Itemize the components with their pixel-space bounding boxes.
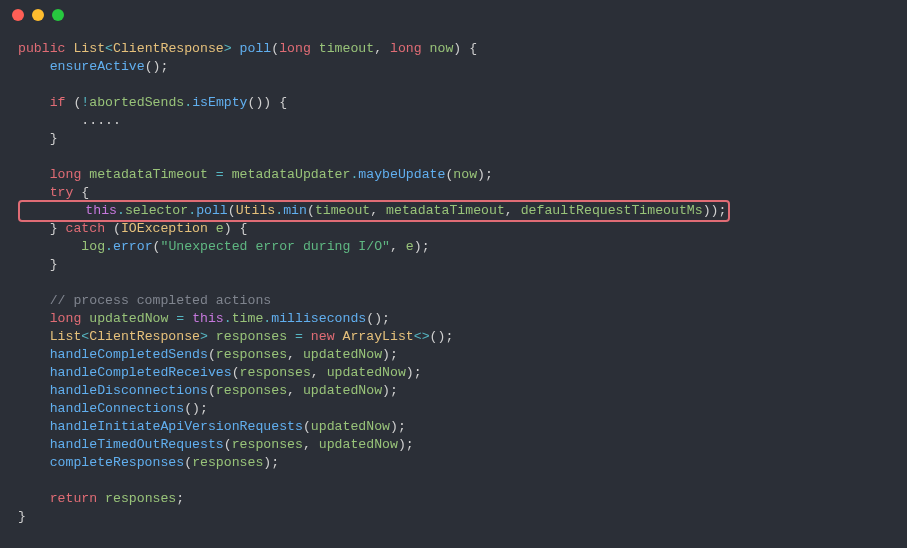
paren: ); <box>390 419 406 434</box>
paren: ); <box>263 455 279 470</box>
type-cr: ClientResponse <box>113 41 224 56</box>
semicolon: ; <box>176 491 184 506</box>
id-updatednow: updatedNow <box>303 347 382 362</box>
kw-long: long <box>279 41 319 56</box>
op: > <box>224 41 240 56</box>
paren: ( <box>113 221 121 236</box>
indent <box>18 383 50 398</box>
type-list: List <box>73 41 105 56</box>
fn-isempty: isEmpty <box>192 95 247 110</box>
param-now: now <box>430 41 454 56</box>
fn-handlecompletedreceives: handleCompletedReceives <box>50 365 232 380</box>
paren: (); <box>184 401 208 416</box>
paren: (); <box>145 59 169 74</box>
ellipsis: ..... <box>18 113 121 128</box>
paren: ( <box>232 365 240 380</box>
paren: ( <box>271 41 279 56</box>
kw-this: this <box>192 311 224 326</box>
eq: = <box>208 167 232 182</box>
fn-milliseconds: milliseconds <box>271 311 366 326</box>
id-defaultrequesttimeoutms: defaultRequestTimeoutMs <box>521 203 703 218</box>
close-icon[interactable] <box>12 9 24 21</box>
brace: } <box>18 257 58 272</box>
id-selector: selector <box>125 203 188 218</box>
paren: ); <box>414 239 430 254</box>
fn-error: error <box>113 239 153 254</box>
id-e: e <box>216 221 224 236</box>
op: > <box>200 329 216 344</box>
id-metadatatimeout: metadataTimeout <box>89 167 208 182</box>
id-updatednow: updatedNow <box>303 383 382 398</box>
brace: ) { <box>453 41 477 56</box>
fn-handletimedoutrequests: handleTimedOutRequests <box>50 437 224 452</box>
id-log: log <box>81 239 105 254</box>
brace: { <box>81 185 89 200</box>
type-list: List <box>50 329 82 344</box>
fn-handlecompletedsends: handleCompletedSends <box>50 347 208 362</box>
id-updatednow: updatedNow <box>311 419 390 434</box>
id-e: e <box>406 239 414 254</box>
fn-poll: poll <box>240 41 272 56</box>
comma: , <box>287 383 303 398</box>
brace: } <box>18 131 58 146</box>
id-responses: responses <box>240 365 311 380</box>
op: < <box>105 41 113 56</box>
paren: ( <box>228 203 236 218</box>
id-responses: responses <box>216 347 287 362</box>
indent <box>18 437 50 452</box>
fn-poll: poll <box>196 203 228 218</box>
id-metadataupdater: metadataUpdater <box>232 167 351 182</box>
type-cr: ClientResponse <box>89 329 200 344</box>
comment: // process completed actions <box>50 293 272 308</box>
id-timeout: timeout <box>315 203 370 218</box>
comma: , <box>374 41 390 56</box>
minimize-icon[interactable] <box>32 9 44 21</box>
indent <box>18 95 50 110</box>
fn-min: min <box>283 203 307 218</box>
paren: (); <box>366 311 390 326</box>
indent <box>18 491 50 506</box>
code-window: { "t": { "l1_public":"public ","l1_List"… <box>0 0 907 548</box>
fn-handleinitiateapiversionrequests: handleInitiateApiVersionRequests <box>50 419 303 434</box>
maximize-icon[interactable] <box>52 9 64 21</box>
comma: , <box>303 437 319 452</box>
fn-completeresponses: completeResponses <box>50 455 185 470</box>
paren: ); <box>406 365 422 380</box>
kw-try: try <box>50 185 82 200</box>
paren: ) { <box>224 221 248 236</box>
type-ioexception: IOException <box>121 221 216 236</box>
indent <box>18 185 50 200</box>
eq: = <box>287 329 311 344</box>
indent <box>18 419 50 434</box>
id-updatednow: updatedNow <box>327 365 406 380</box>
id-responses: responses <box>216 383 287 398</box>
id-abortedsends: abortedSends <box>89 95 184 110</box>
kw-long: long <box>50 311 90 326</box>
paren: )); <box>703 203 727 218</box>
indent <box>22 203 85 218</box>
dot: . <box>275 203 283 218</box>
paren: ); <box>477 167 493 182</box>
id-updatednow: updatedNow <box>89 311 168 326</box>
dot: . <box>184 95 192 110</box>
kw-if: if <box>50 95 74 110</box>
fn-ensureactive: ensureActive <box>50 59 145 74</box>
code-area[interactable]: public List<ClientResponse> poll(long ti… <box>0 30 907 536</box>
id-responses: responses <box>216 329 287 344</box>
string-literal: "Unexpected error during I/O" <box>160 239 390 254</box>
paren: ( <box>184 455 192 470</box>
paren: ( <box>208 347 216 362</box>
indent <box>18 311 50 326</box>
kw-this: this <box>85 203 117 218</box>
indent <box>18 59 50 74</box>
type-utils: Utils <box>236 203 276 218</box>
id-responses: responses <box>105 491 176 506</box>
paren: ); <box>382 383 398 398</box>
paren: ( <box>224 437 232 452</box>
diamond: <> <box>414 329 430 344</box>
paren: (); <box>430 329 454 344</box>
dot: . <box>117 203 125 218</box>
eq: = <box>168 311 192 326</box>
id-time: time <box>232 311 264 326</box>
dot: . <box>105 239 113 254</box>
